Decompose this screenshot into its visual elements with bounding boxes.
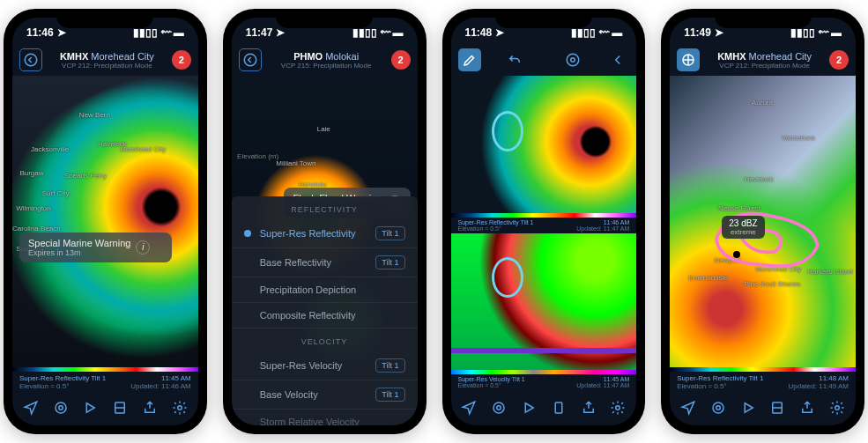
svg-point-1 [56,402,66,413]
place-label: Aurora [752,99,773,107]
phone-2: 11:47➤ ▮▮▯▯⬳▬ PHMO Molokai VCP 215: Prec… [223,9,427,434]
wifi-icon: ⬳ [380,26,390,39]
product-panel[interactable]: REFLECTIVITY Super-Res Reflectivity Tilt… [232,196,418,425]
notch [715,9,812,28]
target-button[interactable] [708,397,729,418]
location-services-icon: ➤ [276,26,285,39]
product-row[interactable]: Super-Res VelocityTilt 1 [232,351,418,380]
share-button[interactable] [578,397,599,418]
tilt-selector[interactable]: Tilt 1 [375,388,404,402]
place-label: New Bern [79,111,110,119]
svg-point-2 [58,406,63,410]
radar-map[interactable]: Laie Mililani Town Honolulu Lanai City K… [232,76,418,425]
radar-map[interactable]: New Bern Havelock Jacksonville Morehead … [12,76,198,367]
tilt-selector[interactable]: Tilt 1 [375,358,404,373]
play-button[interactable] [79,397,100,418]
target-button[interactable] [488,397,509,418]
play-button[interactable] [518,397,539,418]
info-icon[interactable]: i [136,240,150,255]
svg-point-16 [713,402,723,413]
station-title[interactable]: KMHX Morehead City VCP 212: Precipitatio… [48,51,167,70]
location-services-icon: ➤ [495,26,504,39]
settings-button[interactable] [607,397,628,418]
app-header: KMHX Morehead City VCP 212: Precipitatio… [670,44,856,76]
bottom-toolbar [12,390,198,425]
tilt-selector[interactable]: Tilt 1 [375,255,404,269]
inspect-button[interactable] [677,48,700,71]
share-button[interactable] [797,397,818,418]
place-label: Vanceboro [782,134,815,142]
product-info: Super-Res Reflectivity Tilt 1Elevation =… [670,372,856,390]
signal-icon: ▮▮▯▯ [571,26,596,39]
phone-4: 11:49➤ ▮▮▯▯⬳▬ KMHX Morehead City VCP 212… [661,9,864,434]
signal-icon: ▮▮▯▯ [352,26,377,39]
layout-button[interactable] [767,397,788,418]
annotation-circle[interactable] [492,111,523,151]
product-row[interactable]: Composite Reflectivity [232,303,418,329]
layout-button[interactable] [548,397,569,418]
product-row[interactable]: Super-Res Reflectivity Tilt 1 [232,219,418,248]
location-button[interactable] [20,397,41,418]
signal-icon: ▮▮▯▯ [133,26,158,39]
warning-title: Special Marine Warning [28,238,130,248]
product-row[interactable]: Base VelocityTilt 1 [232,380,418,410]
bottom-toolbar [451,390,637,425]
bottom-toolbar [670,390,856,425]
radar-map-top[interactable] [451,76,637,213]
app-header: PHMO Molokai VCP 215: Precipitation Mode… [232,44,418,76]
settings-button[interactable] [169,397,190,418]
svg-point-10 [497,406,501,410]
wifi-icon: ⬳ [598,26,609,39]
radar-map-bottom[interactable] [451,233,637,371]
battery-icon: ▬ [174,26,184,39]
svg-point-5 [178,406,182,410]
back-button[interactable] [239,48,262,71]
clock: 11:46 [26,26,54,39]
place-label: Jacksonville [31,145,69,153]
product-row[interactable]: Storm Relative Velocity [232,410,418,425]
wifi-icon: ⬳ [160,26,171,39]
elevation-label: Elevation (m) [237,152,278,160]
signal-icon: ▮▮▯▯ [790,26,815,39]
app-header [451,44,637,76]
product-row[interactable]: Base Reflectivity Tilt 1 [232,248,418,277]
location-services-icon: ➤ [715,26,723,39]
layout-button[interactable] [109,397,130,418]
draw-button[interactable] [458,48,481,71]
svg-point-20 [835,406,840,410]
alert-badge[interactable]: 2 [829,50,849,70]
collapse-button[interactable] [606,48,629,71]
data-readout: 23 dBZ extreme [722,216,764,239]
alert-badge[interactable]: 2 [391,50,411,70]
tilt-selector[interactable]: Tilt 1 [375,226,404,240]
phone-1: 11:46➤ ▮▮▯▯ ⬳ ▬ KMHX Morehead City VCP 2… [4,9,207,434]
settings-button[interactable] [827,397,848,418]
back-button[interactable] [19,48,42,71]
station-title[interactable]: KMHX Morehead City VCP 212: Precipitatio… [705,51,824,70]
wifi-icon: ⬳ [818,26,828,39]
radar-map[interactable]: Aurora Vanceboro Havelock Neuse Forest N… [670,76,856,367]
warning-banner[interactable]: Special Marine Warning Expires in 13m i [19,233,172,262]
svg-point-0 [25,54,37,66]
target-button[interactable] [50,397,71,418]
play-button[interactable] [738,397,759,418]
product-info: Super-Res Reflectivity Tilt 1 Elevation … [12,372,198,390]
storm-contour [703,181,834,297]
place-label: Mililani Town [276,159,315,167]
svg-point-12 [616,406,620,410]
annotation-circle[interactable] [492,257,523,298]
location-button[interactable] [458,397,479,418]
undo-button[interactable] [504,49,525,70]
alert-badge[interactable]: 2 [172,50,191,70]
cursor-dot [733,251,740,258]
warning-expires: Expires in 13m [28,248,130,257]
station-title[interactable]: PHMO Molokai VCP 215: Precipitation Mode [267,51,386,70]
share-button[interactable] [139,397,160,418]
clock: 11:48 [465,26,493,39]
product-row[interactable]: Precipitation Depiction [232,277,418,303]
svg-point-9 [493,402,504,413]
settings-icon[interactable] [562,49,583,70]
product-info-bottom: Super-Res Velocity Tilt 1Elevation = 0.5… [451,374,637,390]
battery-icon: ▬ [831,26,842,39]
location-button[interactable] [678,397,699,418]
